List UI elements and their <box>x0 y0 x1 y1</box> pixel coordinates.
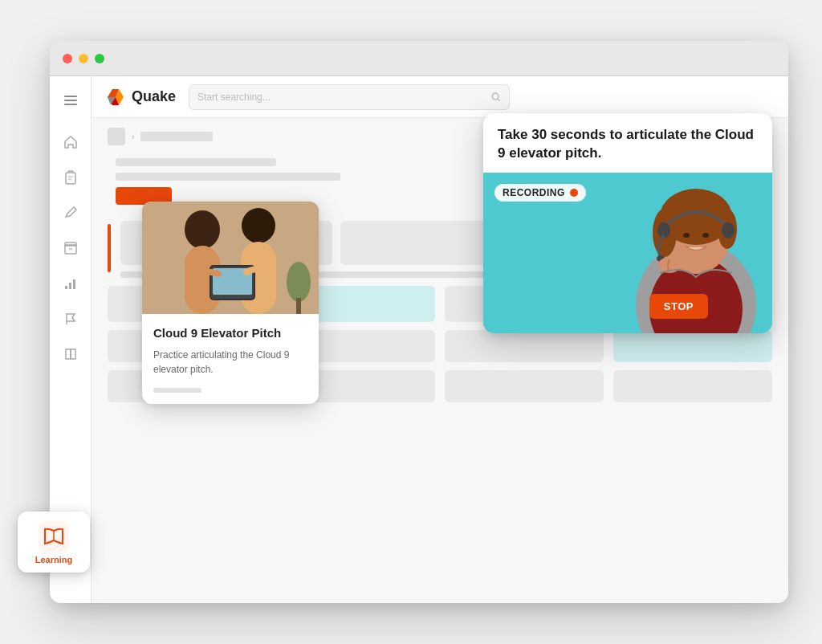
orange-accent-bar <box>108 224 111 272</box>
breadcrumb-label <box>140 132 213 141</box>
svg-rect-4 <box>65 243 76 246</box>
breadcrumb-arrow: › <box>132 132 134 141</box>
svg-point-33 <box>702 233 709 238</box>
archive-icon <box>63 241 78 255</box>
learning-tooltip[interactable]: Learning <box>18 512 90 573</box>
svg-point-32 <box>683 233 690 238</box>
logo-text: Quake <box>132 88 176 105</box>
svg-point-18 <box>242 208 275 243</box>
svg-rect-8 <box>73 279 75 289</box>
learning-label: Learning <box>35 555 72 565</box>
card-g <box>445 330 604 362</box>
card-image <box>142 202 319 314</box>
intro-line-2 <box>116 173 340 181</box>
learning-icon <box>39 521 69 552</box>
learning-card-popup[interactable]: Cloud 9 Elevator Pitch Practice articula… <box>142 202 319 404</box>
recording-badge: RECORDING <box>494 184 586 202</box>
sidebar-item-archive[interactable] <box>56 234 85 263</box>
svg-line-14 <box>498 99 500 101</box>
breadcrumb-home-icon <box>108 128 125 145</box>
search-bar[interactable]: Start searching... <box>189 84 510 110</box>
recording-text: RECORDING <box>503 187 565 198</box>
svg-rect-23 <box>296 298 301 314</box>
sidebar-item-home[interactable] <box>56 128 85 157</box>
traffic-light-green[interactable] <box>95 54 104 63</box>
top-bar: Quake Start searching... <box>92 76 788 118</box>
sidebar-item-flag[interactable] <box>56 304 85 333</box>
svg-rect-0 <box>66 173 75 184</box>
card-footer <box>142 388 319 404</box>
recording-dot <box>570 189 578 197</box>
recording-title: Take 30 seconds to articulate the Cloud … <box>498 126 758 163</box>
recording-header: Take 30 seconds to articulate the Cloud … <box>483 113 772 173</box>
card-description: Practice articulating the Cloud 9 elevat… <box>153 348 307 377</box>
stop-button[interactable]: STOP <box>649 294 708 319</box>
card-body: Cloud 9 Elevator Pitch Practice articula… <box>142 314 319 388</box>
outer-wrapper: Quake Start searching... <box>26 25 796 619</box>
title-bar <box>50 41 788 76</box>
quake-logo-icon <box>104 86 127 108</box>
clipboard-icon <box>63 170 78 185</box>
traffic-light-red[interactable] <box>63 54 72 63</box>
sidebar-item-edit[interactable] <box>56 198 85 227</box>
card-progress-bar <box>153 388 201 393</box>
people-illustration <box>142 202 319 314</box>
logo-area: Quake <box>104 86 176 108</box>
svg-rect-6 <box>65 286 67 289</box>
card-k <box>445 370 604 402</box>
svg-point-16 <box>185 210 220 249</box>
recording-body: RECORDING <box>483 173 772 333</box>
flag-icon <box>63 312 78 326</box>
book-icon <box>63 347 78 361</box>
recording-popup[interactable]: Take 30 seconds to articulate the Cloud … <box>483 113 772 333</box>
card-l <box>613 370 772 402</box>
svg-point-35 <box>722 222 735 238</box>
book-open-icon <box>43 526 64 547</box>
svg-point-22 <box>287 262 311 302</box>
sidebar-item-book[interactable] <box>56 340 85 369</box>
sidebar-item-analytics[interactable] <box>56 269 85 298</box>
home-icon <box>63 135 78 149</box>
traffic-light-yellow[interactable] <box>79 54 88 63</box>
svg-rect-7 <box>69 283 71 289</box>
hamburger-icon <box>64 96 77 105</box>
analytics-icon <box>63 276 78 291</box>
edit-icon <box>63 206 78 220</box>
card-title: Cloud 9 Elevator Pitch <box>153 325 307 341</box>
card-h <box>613 330 772 362</box>
sidebar-item-clipboard[interactable] <box>56 163 85 192</box>
search-placeholder-text: Start searching... <box>197 92 486 103</box>
intro-line-1 <box>116 158 276 166</box>
search-icon <box>491 92 501 102</box>
sidebar-item-menu[interactable] <box>56 86 85 115</box>
svg-point-13 <box>492 93 498 100</box>
